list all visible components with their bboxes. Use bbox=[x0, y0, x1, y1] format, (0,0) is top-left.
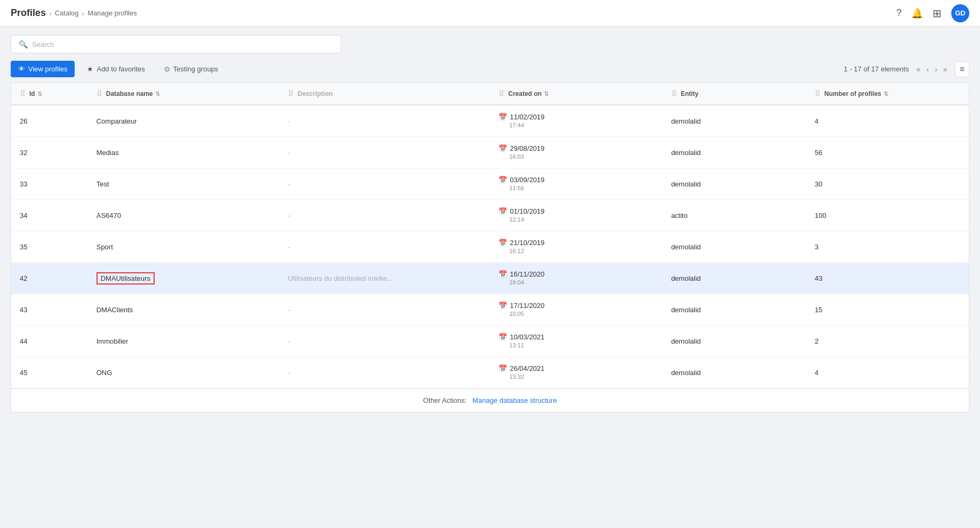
cell-db-name[interactable]: ONG bbox=[88, 357, 279, 388]
cell-entity: demolalid bbox=[663, 357, 806, 388]
cell-db-name[interactable]: Test bbox=[88, 168, 279, 200]
view-profiles-button[interactable]: 👁 View profiles bbox=[11, 61, 75, 77]
col-created-label: Created on bbox=[508, 90, 542, 98]
cell-created: 📅01/10/201912:14 bbox=[490, 200, 662, 231]
table-container: ⠿ Id ⇅ ⠿ Database name ⇅ bbox=[11, 83, 969, 412]
search-input[interactable] bbox=[32, 40, 333, 48]
cell-created: 📅21/10/201916:12 bbox=[490, 231, 662, 263]
cell-description: - bbox=[279, 294, 490, 326]
first-page-button[interactable]: « bbox=[914, 64, 923, 75]
cell-entity: demolalid bbox=[663, 326, 806, 357]
time-value: 13:32 bbox=[509, 373, 524, 380]
grid-icon[interactable]: ⊞ bbox=[933, 7, 942, 20]
cell-profiles-count: 4 bbox=[806, 357, 969, 388]
cell-description: - bbox=[279, 200, 490, 231]
date-value: 11/02/2019 bbox=[510, 113, 544, 121]
time-value: 13:11 bbox=[509, 342, 524, 348]
col-header-profiles[interactable]: ⠿ Number of profiles ⇅ bbox=[806, 83, 969, 105]
cell-id: 35 bbox=[11, 231, 88, 263]
drag-handle-desc: ⠿ bbox=[288, 90, 293, 98]
bell-icon[interactable]: 🔔 bbox=[911, 7, 923, 19]
table-row[interactable]: 44Immobilier-📅10/03/202113:11demolalid2 bbox=[11, 326, 969, 357]
table-body: 26Comparateur-📅11/02/201917:44demolalid4… bbox=[11, 105, 969, 388]
col-header-created[interactable]: ⠿ Created on ⇅ bbox=[490, 83, 662, 105]
profiles-table: ⠿ Id ⇅ ⠿ Database name ⇅ bbox=[11, 83, 969, 388]
cell-description: - bbox=[279, 168, 490, 200]
calendar-icon: 📅 bbox=[499, 364, 507, 372]
date-value: 17/11/2020 bbox=[510, 302, 544, 310]
cell-created: 📅29/08/201916:03 bbox=[490, 137, 662, 168]
drag-handle-profiles: ⠿ bbox=[815, 90, 820, 98]
cell-profiles-count: 100 bbox=[806, 200, 969, 231]
date-value: 26/04/2021 bbox=[510, 364, 544, 372]
time-value: 17:44 bbox=[509, 122, 524, 128]
cell-created: 📅26/04/202113:32 bbox=[490, 357, 662, 388]
testing-groups-button[interactable]: ⊙ Testing groups bbox=[157, 61, 226, 77]
add-to-favorites-button[interactable]: ★ Add to favorites bbox=[80, 61, 151, 77]
col-header-entity[interactable]: ⠿ Entity bbox=[663, 83, 806, 105]
star-icon: ★ bbox=[87, 65, 93, 73]
table-row[interactable]: 35Sport-📅21/10/201916:12demolalid3 bbox=[11, 231, 969, 263]
breadcrumb-catalog[interactable]: Catalog bbox=[55, 9, 79, 17]
col-profiles-label: Number of profiles bbox=[824, 90, 881, 98]
next-page-button[interactable]: › bbox=[933, 64, 939, 75]
col-desc-label: Description bbox=[298, 90, 333, 98]
last-page-button[interactable]: » bbox=[941, 64, 950, 75]
pagination-info: 1 - 17 of 17 elements bbox=[844, 65, 909, 73]
table-row[interactable]: 43DMAClients-📅17/11/202010:05demolalid15 bbox=[11, 294, 969, 326]
cell-id: 32 bbox=[11, 137, 88, 168]
calendar-icon: 📅 bbox=[499, 302, 507, 310]
date-value: 29/08/2019 bbox=[510, 144, 544, 152]
page-title: Profiles bbox=[11, 7, 46, 19]
cell-entity: demolalid bbox=[663, 105, 806, 137]
cell-db-name[interactable]: Sport bbox=[88, 231, 279, 263]
table-row[interactable]: 42DMAUtilisateursUtilisateurs du distrib… bbox=[11, 263, 969, 294]
cell-created: 📅11/02/201917:44 bbox=[490, 105, 662, 137]
table-row[interactable]: 45ONG-📅26/04/202113:32demolalid4 bbox=[11, 357, 969, 388]
cell-description: - bbox=[279, 105, 490, 137]
avatar[interactable]: GD bbox=[951, 4, 969, 22]
calendar-icon: 📅 bbox=[499, 176, 507, 184]
prev-page-button[interactable]: ‹ bbox=[925, 64, 931, 75]
breadcrumb-manage-profiles[interactable]: Manage profiles bbox=[87, 9, 137, 17]
header-right: ? 🔔 ⊞ GD bbox=[896, 4, 969, 22]
col-header-desc[interactable]: ⠿ Description bbox=[279, 83, 490, 105]
cell-db-name[interactable]: Medias bbox=[88, 137, 279, 168]
date-value: 10/03/2021 bbox=[510, 333, 544, 341]
sort-icon-id: ⇅ bbox=[37, 91, 42, 98]
time-value: 18:04 bbox=[509, 279, 524, 286]
eye-icon: 👁 bbox=[18, 65, 25, 73]
table-row[interactable]: 33Test-📅03/09/201911:56demolalid30 bbox=[11, 168, 969, 200]
cell-entity: demolalid bbox=[663, 168, 806, 200]
main-content: 🔍 👁 View profiles ★ Add to favorites ⊙ T… bbox=[0, 27, 980, 421]
table-header: ⠿ Id ⇅ ⠿ Database name ⇅ bbox=[11, 83, 969, 105]
cell-db-name[interactable]: DMAClients bbox=[88, 294, 279, 326]
cell-db-name[interactable]: DMAUtilisateurs bbox=[88, 263, 279, 294]
time-value: 11:56 bbox=[509, 185, 524, 191]
help-icon[interactable]: ? bbox=[896, 7, 902, 19]
cell-entity: demolalid bbox=[663, 137, 806, 168]
cell-db-name[interactable]: Comparateur bbox=[88, 105, 279, 137]
calendar-icon: 📅 bbox=[499, 270, 507, 278]
cell-profiles-count: 56 bbox=[806, 137, 969, 168]
list-view-button[interactable]: ≡ bbox=[955, 61, 969, 77]
col-header-id[interactable]: ⠿ Id ⇅ bbox=[11, 83, 88, 105]
toolbar-left: 👁 View profiles ★ Add to favorites ⊙ Tes… bbox=[11, 61, 225, 77]
sort-icon-db: ⇅ bbox=[155, 91, 160, 98]
table-wrapper[interactable]: ⠿ Id ⇅ ⠿ Database name ⇅ bbox=[11, 83, 969, 388]
cell-db-name[interactable]: Immobilier bbox=[88, 326, 279, 357]
table-row[interactable]: 34AS6470-📅01/10/201912:14actito100 bbox=[11, 200, 969, 231]
col-header-db[interactable]: ⠿ Database name ⇅ bbox=[88, 83, 279, 105]
time-value: 10:05 bbox=[509, 311, 524, 317]
cell-created: 📅17/11/202010:05 bbox=[490, 294, 662, 326]
cell-entity: demolalid bbox=[663, 231, 806, 263]
col-db-label: Database name bbox=[106, 90, 153, 98]
time-value: 16:12 bbox=[509, 248, 524, 254]
cell-db-name[interactable]: AS6470 bbox=[88, 200, 279, 231]
drag-handle-id: ⠿ bbox=[20, 90, 25, 98]
manage-db-link[interactable]: Manage database structure bbox=[472, 396, 557, 404]
date-value: 16/11/2020 bbox=[510, 270, 544, 278]
cell-profiles-count: 3 bbox=[806, 231, 969, 263]
table-row[interactable]: 32Medias-📅29/08/201916:03demolalid56 bbox=[11, 137, 969, 168]
table-row[interactable]: 26Comparateur-📅11/02/201917:44demolalid4 bbox=[11, 105, 969, 137]
